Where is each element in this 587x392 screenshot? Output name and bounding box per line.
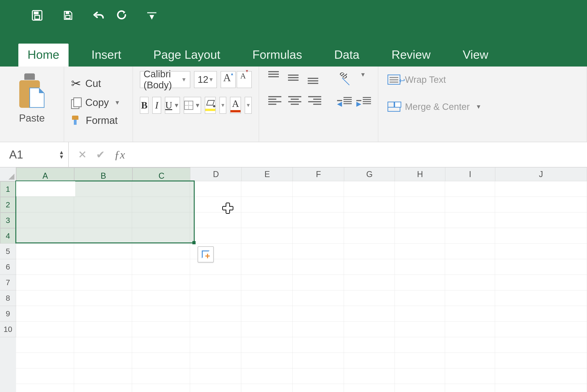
font-name-select[interactable]: Calibri (Body) ▼ — [140, 71, 190, 88]
spreadsheet-grid[interactable]: ABCDEFGHIJ 12345678910 + ✚ — [0, 168, 587, 392]
cell[interactable] — [293, 181, 344, 197]
row-header[interactable]: 4 — [0, 228, 16, 244]
cell[interactable] — [190, 228, 241, 244]
column-header[interactable]: E — [242, 168, 293, 181]
cell[interactable] — [132, 275, 190, 290]
bold-button[interactable]: B — [140, 97, 149, 114]
cell[interactable] — [241, 228, 293, 244]
cell[interactable] — [16, 244, 74, 259]
cell[interactable] — [293, 306, 344, 322]
cell[interactable] — [344, 353, 395, 368]
cell[interactable] — [293, 275, 344, 290]
cell[interactable] — [495, 275, 587, 290]
cell[interactable] — [190, 212, 241, 228]
cell[interactable] — [132, 368, 190, 384]
cell[interactable] — [190, 290, 241, 306]
cell[interactable] — [190, 306, 241, 322]
decrease-font-size-button[interactable]: A▾ — [237, 71, 252, 88]
row-header[interactable]: 10 — [0, 322, 16, 337]
align-center-button[interactable] — [288, 94, 302, 107]
redo-icon[interactable] — [114, 9, 128, 22]
cell[interactable] — [495, 244, 587, 259]
cell[interactable] — [344, 322, 395, 337]
font-size-select[interactable]: 12 ▼ — [194, 71, 217, 88]
cell[interactable] — [395, 322, 445, 337]
copy-dropdown-icon[interactable]: ▼ — [114, 99, 120, 106]
row-header[interactable]: 5 — [0, 244, 16, 259]
cell[interactable] — [190, 353, 241, 368]
cell[interactable] — [344, 337, 395, 353]
font-color-dropdown[interactable]: ▼ — [245, 97, 252, 114]
cell[interactable] — [495, 259, 587, 275]
cell[interactable] — [16, 259, 74, 275]
cell[interactable] — [395, 244, 445, 259]
cell[interactable] — [495, 306, 587, 322]
enter-formula-icon[interactable]: ✔ — [96, 148, 105, 161]
paste-icon[interactable] — [19, 74, 44, 108]
tab-home[interactable]: Home — [18, 44, 68, 66]
paste-button-label[interactable]: Paste — [19, 112, 45, 124]
fill-color-dropdown[interactable]: ▼ — [219, 97, 227, 114]
column-header[interactable]: D — [190, 168, 241, 181]
cell[interactable] — [74, 181, 132, 197]
cell[interactable] — [241, 384, 293, 392]
cell[interactable] — [495, 368, 587, 384]
column-header[interactable]: G — [344, 168, 395, 181]
cell[interactable] — [74, 275, 132, 290]
cell[interactable] — [495, 228, 587, 244]
cell[interactable] — [132, 337, 190, 353]
cell[interactable] — [395, 384, 445, 392]
cell[interactable] — [241, 353, 293, 368]
tab-data[interactable]: Data — [325, 44, 369, 66]
cell[interactable] — [344, 368, 395, 384]
column-header[interactable]: F — [293, 168, 344, 181]
cell[interactable] — [293, 322, 344, 337]
cell[interactable] — [74, 306, 132, 322]
cell[interactable] — [445, 212, 495, 228]
cell[interactable] — [132, 306, 190, 322]
cell[interactable] — [241, 244, 293, 259]
cell[interactable] — [190, 322, 241, 337]
cancel-formula-icon[interactable]: ✕ — [78, 148, 87, 161]
cell[interactable] — [495, 181, 587, 197]
cell[interactable] — [190, 337, 241, 353]
cell[interactable] — [74, 337, 132, 353]
cell[interactable] — [74, 322, 132, 337]
formula-input[interactable] — [134, 142, 587, 167]
cell[interactable] — [190, 275, 241, 290]
cell[interactable] — [132, 228, 190, 244]
merge-center-button[interactable]: Merge & Center ▼ — [388, 98, 580, 115]
tab-view[interactable]: View — [454, 44, 498, 66]
select-all-corner[interactable] — [0, 168, 16, 181]
row-header[interactable]: 7 — [0, 275, 16, 290]
cell[interactable] — [344, 212, 395, 228]
row-header[interactable]: 3 — [0, 212, 16, 228]
copy-button[interactable]: Copy ▼ — [71, 97, 126, 108]
font-color-button[interactable]: A — [230, 97, 241, 114]
cell[interactable] — [132, 259, 190, 275]
cell[interactable] — [395, 212, 445, 228]
cell[interactable] — [445, 337, 495, 353]
column-header[interactable]: J — [495, 168, 587, 181]
cell[interactable] — [344, 228, 395, 244]
cell[interactable] — [16, 306, 74, 322]
cell[interactable] — [16, 337, 74, 353]
autosave-icon[interactable] — [30, 9, 44, 22]
cell[interactable] — [293, 337, 344, 353]
cell[interactable] — [241, 290, 293, 306]
cell[interactable] — [495, 197, 587, 212]
cell[interactable] — [16, 384, 74, 392]
tab-insert[interactable]: Insert — [82, 44, 130, 66]
cell[interactable] — [293, 353, 344, 368]
cell[interactable] — [445, 259, 495, 275]
cell[interactable] — [445, 181, 495, 197]
cell[interactable] — [395, 197, 445, 212]
fill-color-button[interactable] — [205, 97, 216, 114]
cell[interactable] — [74, 244, 132, 259]
cell[interactable] — [132, 181, 190, 197]
quick-analysis-button[interactable]: + — [198, 246, 214, 262]
cell[interactable] — [241, 259, 293, 275]
cell[interactable] — [495, 337, 587, 353]
cell[interactable] — [16, 353, 74, 368]
cell[interactable] — [445, 197, 495, 212]
